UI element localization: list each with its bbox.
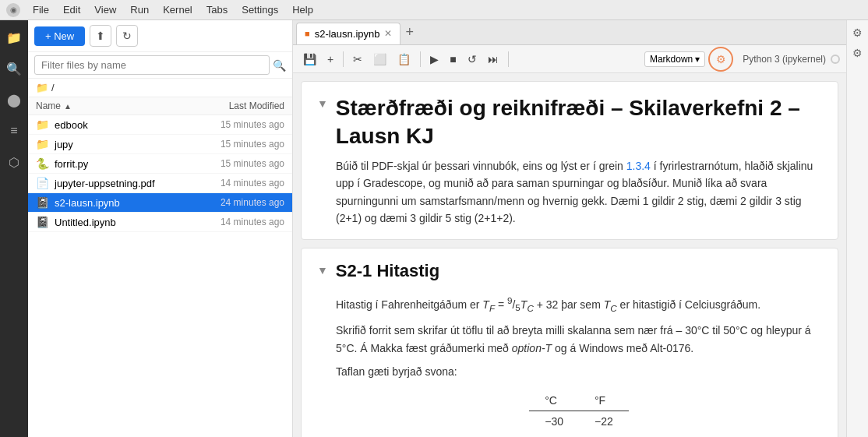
file-modified: 14 minutes ago bbox=[183, 217, 284, 227]
toolbar-separator3 bbox=[508, 51, 509, 67]
menu-run[interactable]: Run bbox=[124, 2, 155, 17]
file-item-s2lausn[interactable]: 📓 s2-lausn.ipynb 24 minutes ago bbox=[28, 193, 292, 213]
paste-button[interactable]: 📋 bbox=[393, 51, 415, 68]
cell-1: ▼ Stærðfræði og reiknifræði – Skilaverke… bbox=[301, 81, 838, 240]
file-name: edbook bbox=[55, 119, 183, 131]
cell-2-title: S2-1 Hitastig bbox=[336, 261, 439, 281]
table-cell: −22 bbox=[579, 411, 629, 432]
cell-1-link[interactable]: 1.3.4 bbox=[626, 160, 651, 172]
sidebar-circle-btn[interactable]: ⬤ bbox=[3, 89, 25, 111]
sidebar-files-btn[interactable]: 📁 bbox=[3, 26, 25, 48]
cell-2-collapse-btn[interactable]: ▼ bbox=[317, 264, 328, 277]
file-modified: 24 minutes ago bbox=[183, 197, 284, 208]
kernel-status: Python 3 (ipykernel) bbox=[743, 54, 840, 65]
right-icon-bar: ⚙ ⚙ bbox=[846, 20, 868, 437]
notebook-area: ■ s2-lausn.ipynb ✕ + 💾 + ✂ ⬜ 📋 ▶ ■ ↺ ⏭ M… bbox=[293, 20, 846, 437]
file-item-pdf[interactable]: 📄 jupyter-uppsetning.pdf 14 minutes ago bbox=[28, 174, 292, 193]
file-modified: 15 minutes ago bbox=[183, 139, 284, 150]
menu-bar: ◉ File Edit View Run Kernel Tabs Setting… bbox=[0, 0, 868, 20]
sidebar-plugin-btn[interactable]: ⬡ bbox=[3, 151, 25, 173]
cell-1-header: ▼ Stærðfræði og reiknifræði – Skilaverke… bbox=[302, 82, 838, 157]
sort-arrow-icon: ▲ bbox=[64, 102, 72, 111]
file-modified: 15 minutes ago bbox=[183, 119, 284, 130]
file-item-jupy[interactable]: 📁 jupy 15 minutes ago bbox=[28, 135, 292, 154]
menu-kernel[interactable]: Kernel bbox=[157, 2, 199, 17]
tab-close-button[interactable]: ✕ bbox=[384, 28, 392, 39]
add-cell-button[interactable]: + bbox=[323, 51, 337, 68]
python-icon: 🐍 bbox=[36, 157, 50, 170]
menu-help[interactable]: Help bbox=[286, 2, 319, 17]
cell-2-body: Hitastig í Fahrenheitgáðum er TF = 9/5TC… bbox=[336, 294, 822, 437]
pdf-icon: 📄 bbox=[36, 177, 50, 189]
tab-s2lausn[interactable]: ■ s2-lausn.ipynb ✕ bbox=[296, 23, 400, 44]
notebook-icon: 📓 bbox=[36, 196, 50, 209]
menu-view[interactable]: View bbox=[88, 2, 122, 17]
copy-button[interactable]: ⬜ bbox=[369, 51, 390, 68]
sidebar-list-btn[interactable]: ≡ bbox=[3, 120, 25, 142]
cell-2-content: Hitastig í Fahrenheitgáðum er TF = 9/5TC… bbox=[302, 294, 838, 437]
file-panel-toolbar: + New ⬆ ↻ bbox=[28, 20, 292, 52]
breadcrumb-path: / bbox=[51, 82, 55, 93]
search-icon[interactable]: 🔍 bbox=[273, 59, 286, 72]
table-intro: Taflan gæti byrjað svona: bbox=[336, 363, 822, 380]
table-cell: −25 bbox=[529, 432, 579, 437]
cell-1-content: Búið til PDF-skjal úr þessari vinnubók, … bbox=[302, 157, 838, 240]
folder-icon: 📁 bbox=[36, 138, 50, 150]
cell-2: ▼ S2-1 Hitastig Hitastig í Fahrenheitgáð… bbox=[301, 248, 838, 437]
file-name: s2-lausn.ipynb bbox=[55, 197, 183, 209]
file-item-edbook[interactable]: 📁 edbook 15 minutes ago bbox=[28, 115, 292, 135]
folder-icon: 📁 bbox=[36, 118, 50, 131]
right-gear-icon[interactable]: ⚙ bbox=[852, 26, 863, 39]
col-name-header[interactable]: Name ▲ bbox=[36, 100, 175, 111]
file-name: jupyter-uppsetning.pdf bbox=[55, 178, 183, 189]
cut-button[interactable]: ✂ bbox=[349, 51, 366, 68]
file-list: 📁 edbook 15 minutes ago 📁 jupy 15 minute… bbox=[28, 115, 292, 437]
menu-tabs[interactable]: Tabs bbox=[200, 2, 234, 17]
table-cell: −13 bbox=[579, 432, 629, 437]
right-settings-icon[interactable]: ⚙ bbox=[852, 47, 863, 59]
notebook-tab-icon: ■ bbox=[305, 29, 310, 38]
table-header-fahrenheit: °F bbox=[579, 390, 629, 411]
col-modified-header[interactable]: Last Modified bbox=[175, 100, 284, 111]
save-button[interactable]: 💾 bbox=[299, 51, 320, 68]
file-name: jupy bbox=[55, 139, 183, 150]
refresh-button[interactable]: ↻ bbox=[116, 25, 138, 47]
breadcrumb: 📁 / bbox=[28, 79, 292, 97]
option-t-text: option-T bbox=[512, 342, 552, 354]
app-logo: ◉ bbox=[6, 3, 20, 17]
sidebar-search-btn[interactable]: 🔍 bbox=[3, 58, 25, 79]
file-name: Untitled.ipynb bbox=[55, 217, 183, 228]
file-modified: 14 minutes ago bbox=[183, 178, 284, 189]
restart-button[interactable]: ↺ bbox=[464, 51, 481, 68]
cell-type-dropdown[interactable]: Markdown ▾ bbox=[644, 51, 705, 67]
file-item-untitled[interactable]: 📓 Untitled.ipynb 14 minutes ago bbox=[28, 213, 292, 232]
menu-edit[interactable]: Edit bbox=[57, 2, 86, 17]
search-box: 🔍 bbox=[28, 52, 292, 79]
content-area: ▼ Stærðfræði og reiknifræði – Skilaverke… bbox=[293, 73, 846, 437]
search-input[interactable] bbox=[34, 55, 270, 75]
main-area: 📁 🔍 ⬤ ≡ ⬡ + New ⬆ ↻ 🔍 📁 / Name ▲ Last Mo… bbox=[0, 20, 868, 437]
notebook-toolbar: 💾 + ✂ ⬜ 📋 ▶ ■ ↺ ⏭ Markdown ▾ ⚙ Python 3 … bbox=[293, 45, 846, 73]
folder-icon: 📁 bbox=[36, 82, 48, 93]
settings-gear-button[interactable]: ⚙ bbox=[708, 47, 733, 72]
table-cell: −30 bbox=[529, 411, 579, 432]
upload-button[interactable]: ⬆ bbox=[90, 25, 111, 47]
kernel-status-dot bbox=[831, 55, 840, 64]
run-button[interactable]: ▶ bbox=[426, 51, 443, 68]
cell-collapse-btn[interactable]: ▼ bbox=[317, 97, 328, 110]
toolbar-separator2 bbox=[420, 51, 421, 67]
fast-forward-button[interactable]: ⏭ bbox=[484, 51, 503, 68]
file-list-header: Name ▲ Last Modified bbox=[28, 97, 292, 115]
menu-file[interactable]: File bbox=[26, 2, 55, 17]
file-modified: 15 minutes ago bbox=[183, 158, 284, 169]
cell-1-body: Búið til PDF-skjal úr þessari vinnubók, … bbox=[336, 157, 822, 227]
stop-button[interactable]: ■ bbox=[446, 51, 460, 68]
menu-settings[interactable]: Settings bbox=[235, 2, 284, 17]
tab-add-button[interactable]: + bbox=[402, 24, 417, 41]
new-button[interactable]: + New bbox=[34, 26, 85, 46]
cell-1-title: Stærðfræði og reiknifræði – Skilaverkefn… bbox=[336, 94, 822, 151]
cell-2-header: ▼ S2-1 Hitastig bbox=[302, 248, 838, 294]
file-item-forrit[interactable]: 🐍 forrit.py 15 minutes ago bbox=[28, 154, 292, 174]
cell-type-label: Markdown bbox=[650, 54, 693, 65]
file-name: forrit.py bbox=[55, 158, 183, 170]
